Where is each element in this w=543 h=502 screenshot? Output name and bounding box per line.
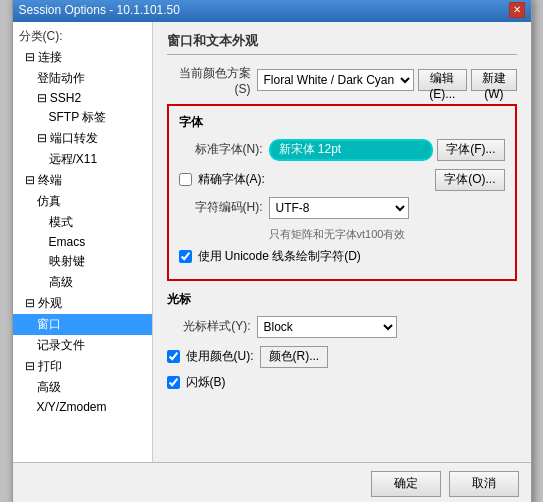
precise-font-button[interactable]: 字体(O)... — [435, 169, 504, 191]
use-color-label: 使用颜色(U): — [186, 348, 254, 365]
login-label: 登陆动作 — [37, 71, 85, 85]
precise-font-label: 精确字体(A): — [198, 171, 265, 188]
sidebar-item-terminal[interactable]: ⊟ 终端 — [13, 170, 152, 191]
logfile-label: 记录文件 — [37, 338, 85, 352]
cursor-section-title: 光标 — [167, 291, 517, 308]
window-label: 窗口 — [37, 317, 61, 331]
encoding-row: 字符编码(H): UTF-8 GBK GB2312 Big5 — [179, 197, 505, 219]
sidebar-item-logfile[interactable]: 记录文件 — [13, 335, 152, 356]
ok-button[interactable]: 确定 — [371, 471, 441, 497]
encoding-select[interactable]: UTF-8 GBK GB2312 Big5 — [269, 197, 409, 219]
color-scheme-label: 当前颜色方案(S) — [167, 65, 257, 96]
font-select-button[interactable]: 字体(F)... — [437, 139, 504, 161]
sidebar-item-emulation[interactable]: 仿真 — [13, 191, 152, 212]
section-title: 窗口和文本外观 — [167, 32, 517, 55]
sidebar-item-window[interactable]: 窗口 — [13, 314, 152, 335]
color-scheme-controls: Floral White / Dark Cyan Default Custom … — [257, 69, 517, 91]
font-box: 字体 标准字体(N): 新宋体 12pt 字体(F)... 精确字体(A): 字… — [167, 104, 517, 281]
ssh2-label: ⊟ SSH2 — [37, 91, 82, 105]
use-color-checkbox[interactable] — [167, 350, 180, 363]
sidebar-item-ssh2[interactable]: ⊟ SSH2 — [13, 89, 152, 107]
encoding-hint: 只有矩阵和无字体vt100有效 — [179, 227, 505, 242]
close-button[interactable]: ✕ — [509, 2, 525, 18]
sidebar-item-advanced-print[interactable]: 高级 — [13, 377, 152, 398]
sidebar-item-login[interactable]: 登陆动作 — [13, 68, 152, 89]
sidebar-item-appearance[interactable]: ⊟ 外观 — [13, 293, 152, 314]
edit-button[interactable]: 编辑(E)... — [418, 69, 468, 91]
cursor-style-select[interactable]: Block Underline Vertical Bar — [257, 316, 397, 338]
sidebar-item-bell[interactable]: 映射键 — [13, 251, 152, 272]
remote-label: 远程/X11 — [49, 152, 98, 166]
blink-label: 闪烁(B) — [186, 374, 226, 391]
emacs-label: Emacs — [49, 235, 86, 249]
bell-label: 映射键 — [49, 254, 85, 268]
footer: 确定 取消 — [13, 462, 531, 503]
cursor-style-label: 光标样式(Y): — [167, 318, 257, 335]
blink-checkbox[interactable] — [167, 376, 180, 389]
font-section-title: 字体 — [179, 114, 505, 131]
cancel-button[interactable]: 取消 — [449, 471, 519, 497]
new-button[interactable]: 新建(W) — [471, 69, 516, 91]
emulation-label: 仿真 — [37, 194, 61, 208]
connect-label: ⊟ 连接 — [25, 50, 62, 64]
encoding-label: 字符编码(H): — [179, 199, 269, 216]
titlebar: Session Options - 10.1.101.50 ✕ — [13, 0, 531, 22]
sidebar-item-sftp[interactable]: SFTP 标签 — [13, 107, 152, 128]
sidebar: 分类(C): ⊟ 连接 登陆动作 ⊟ SSH2 SFTP 标签 ⊟ 端口转发 远… — [13, 22, 153, 462]
sidebar-item-print[interactable]: ⊟ 打印 — [13, 356, 152, 377]
color-scheme-row: 当前颜色方案(S) Floral White / Dark Cyan Defau… — [167, 65, 517, 96]
standard-font-row: 标准字体(N): 新宋体 12pt 字体(F)... — [179, 139, 505, 161]
sidebar-item-portforward[interactable]: ⊟ 端口转发 — [13, 128, 152, 149]
window-title: Session Options - 10.1.101.50 — [19, 3, 180, 17]
precise-font-row: 精确字体(A): 字体(O)... — [179, 169, 505, 191]
use-color-row: 使用颜色(U): 颜色(R)... — [167, 346, 517, 368]
main-panel: 窗口和文本外观 当前颜色方案(S) Floral White / Dark Cy… — [153, 22, 531, 462]
color-picker-button[interactable]: 颜色(R)... — [260, 346, 329, 368]
terminal-label: ⊟ 终端 — [25, 173, 62, 187]
sidebar-item-emacs[interactable]: Emacs — [13, 233, 152, 251]
xyz-label: X/Y/Zmodem — [37, 400, 107, 414]
font-name-display: 新宋体 12pt — [269, 139, 434, 161]
appearance-label: ⊟ 外观 — [25, 296, 62, 310]
unicode-label: 使用 Unicode 线条绘制字符(D) — [198, 248, 361, 265]
precise-font-checkbox[interactable] — [179, 173, 192, 186]
advanced-term-label: 高级 — [49, 275, 73, 289]
cursor-style-row: 光标样式(Y): Block Underline Vertical Bar — [167, 316, 517, 338]
sidebar-item-connect[interactable]: ⊟ 连接 — [13, 47, 152, 68]
standard-font-label: 标准字体(N): — [179, 141, 269, 158]
unicode-checkbox[interactable] — [179, 250, 192, 263]
main-content: 分类(C): ⊟ 连接 登陆动作 ⊟ SSH2 SFTP 标签 ⊟ 端口转发 远… — [13, 22, 531, 462]
sidebar-item-mode[interactable]: 模式 — [13, 212, 152, 233]
sidebar-item-remote[interactable]: 远程/X11 — [13, 149, 152, 170]
sidebar-item-advanced-term[interactable]: 高级 — [13, 272, 152, 293]
cursor-section: 光标 光标样式(Y): Block Underline Vertical Bar… — [167, 291, 517, 391]
portforward-label: ⊟ 端口转发 — [37, 131, 98, 145]
sftp-label: SFTP 标签 — [49, 110, 107, 124]
sidebar-label: 分类(C): — [13, 26, 152, 47]
unicode-row: 使用 Unicode 线条绘制字符(D) — [179, 248, 505, 265]
mode-label: 模式 — [49, 215, 73, 229]
blink-row: 闪烁(B) — [167, 374, 517, 391]
sidebar-item-xyz[interactable]: X/Y/Zmodem — [13, 398, 152, 416]
advanced-print-label: 高级 — [37, 380, 61, 394]
session-options-window: Session Options - 10.1.101.50 ✕ 分类(C): ⊟… — [12, 0, 532, 502]
print-label: ⊟ 打印 — [25, 359, 62, 373]
color-scheme-select[interactable]: Floral White / Dark Cyan Default Custom — [257, 69, 414, 91]
